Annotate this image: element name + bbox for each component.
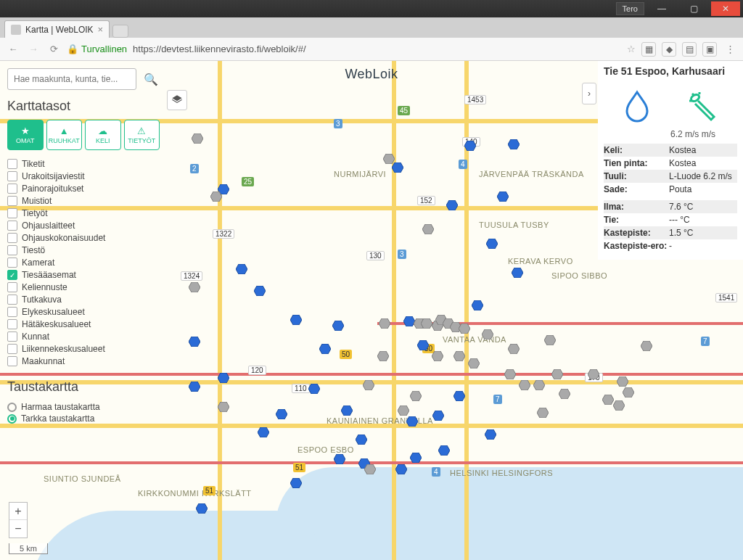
layer-row[interactable]: Urakoitsijaviestit — [7, 171, 160, 181]
ext-icon-4[interactable]: ▣ — [702, 42, 717, 57]
weather-station-marker[interactable] — [641, 341, 652, 351]
basemap-option[interactable]: Tarkka taustakartta — [7, 413, 160, 424]
checkbox[interactable] — [7, 258, 17, 268]
tab-close-icon[interactable]: × — [98, 24, 104, 35]
weather-station-marker[interactable] — [482, 329, 493, 339]
weather-station-marker[interactable] — [254, 286, 266, 296]
weather-station-marker[interactable] — [379, 318, 390, 329]
ext-icon-1[interactable]: ▦ — [641, 42, 656, 57]
layer-row[interactable]: Tutkakuva — [7, 295, 160, 305]
basemap-option[interactable]: Harmaa taustakartta — [7, 402, 160, 412]
weather-station-marker[interactable] — [464, 141, 476, 151]
layer-row[interactable]: Kunnat — [7, 332, 160, 342]
browser-menu-icon[interactable]: ⋮ — [723, 44, 737, 54]
weather-station-marker[interactable] — [512, 268, 523, 278]
weather-station-marker[interactable] — [334, 454, 345, 464]
weather-station-marker[interactable] — [438, 445, 450, 456]
weather-station-marker[interactable] — [189, 337, 200, 347]
weather-station-marker[interactable] — [258, 427, 269, 437]
checkbox[interactable] — [7, 344, 17, 354]
weather-station-marker[interactable] — [519, 380, 530, 390]
weather-station-marker[interactable] — [613, 400, 625, 411]
checkbox[interactable] — [7, 295, 17, 305]
layer-row[interactable]: Ohjauslaitteet — [7, 221, 160, 231]
weather-station-marker[interactable] — [504, 369, 516, 379]
weather-station-marker[interactable] — [189, 382, 200, 392]
ext-icon-2[interactable]: ◆ — [662, 42, 676, 57]
weather-station-marker[interactable] — [319, 344, 331, 354]
weather-station-marker[interactable] — [453, 391, 465, 401]
cat-btn-keli[interactable]: ☁KELI — [85, 120, 121, 150]
window-close-button[interactable]: ✕ — [711, 1, 740, 16]
layer-row[interactable]: Elykeskusalueet — [7, 307, 160, 317]
checkbox[interactable] — [7, 184, 17, 194]
weather-station-marker[interactable] — [332, 321, 344, 331]
weather-station-marker[interactable] — [392, 162, 403, 173]
weather-station-marker[interactable] — [196, 503, 208, 514]
weather-station-marker[interactable] — [617, 376, 628, 387]
zoom-out-button[interactable]: − — [9, 520, 27, 538]
weather-station-marker[interactable] — [533, 380, 545, 390]
checkbox[interactable] — [7, 221, 17, 231]
layer-row[interactable]: Keliennuste — [7, 282, 160, 292]
weather-station-marker[interactable] — [602, 395, 614, 405]
panel-collapse-button[interactable]: › — [582, 83, 596, 104]
weather-station-marker[interactable] — [398, 405, 409, 416]
weather-station-marker[interactable] — [192, 133, 203, 144]
radio[interactable] — [7, 403, 17, 412]
checkbox[interactable] — [7, 208, 17, 218]
weather-station-marker[interactable] — [218, 373, 229, 383]
layer-row[interactable]: Tietyöt — [7, 208, 160, 218]
checkbox[interactable] — [7, 233, 17, 243]
weather-station-marker[interactable] — [588, 369, 599, 379]
search-input[interactable] — [7, 68, 136, 90]
weather-station-marker[interactable] — [559, 389, 570, 399]
search-icon[interactable]: 🔍 — [142, 73, 160, 86]
browser-tab[interactable]: Kartta | WebLOIK × — [4, 20, 110, 38]
layer-row[interactable]: ✓Tiesääasemat — [7, 270, 160, 280]
window-minimize-button[interactable]: — — [647, 1, 676, 16]
zoom-in-button[interactable]: + — [9, 503, 27, 520]
weather-station-marker[interactable] — [236, 264, 247, 274]
weather-station-marker[interactable] — [422, 224, 434, 234]
weather-station-marker[interactable] — [537, 408, 549, 418]
url-text[interactable]: https://devtest.liikennevirasto.fi/weblo… — [133, 44, 305, 54]
cat-btn-tietyot[interactable]: ⚠TIETYÖT — [124, 120, 160, 150]
weather-station-marker[interactable] — [308, 384, 320, 394]
weather-station-marker[interactable] — [432, 411, 444, 421]
weather-station-marker[interactable] — [364, 464, 376, 474]
checkbox[interactable] — [7, 171, 17, 181]
weather-station-marker[interactable] — [218, 402, 229, 412]
weather-station-marker[interactable] — [432, 351, 443, 361]
weather-station-marker[interactable] — [356, 435, 367, 445]
layer-row[interactable]: Maakunnat — [7, 356, 160, 366]
checkbox[interactable] — [7, 332, 17, 342]
weather-station-marker[interactable] — [544, 335, 556, 345]
weather-station-marker[interactable] — [406, 416, 418, 427]
weather-station-marker[interactable] — [210, 192, 222, 202]
weather-station-marker[interactable] — [421, 318, 432, 329]
weather-station-marker[interactable] — [290, 315, 302, 325]
new-tab-button[interactable] — [112, 25, 128, 38]
weather-station-marker[interactable] — [363, 380, 374, 390]
layer-row[interactable]: Muistiot — [7, 196, 160, 206]
weather-station-marker[interactable] — [410, 391, 422, 401]
weather-station-marker[interactable] — [485, 429, 496, 440]
weather-station-marker[interactable] — [189, 282, 200, 292]
radio[interactable] — [7, 414, 17, 424]
back-button[interactable]: ← — [6, 44, 20, 54]
checkbox[interactable] — [7, 245, 17, 255]
weather-station-marker[interactable] — [417, 340, 429, 350]
weather-station-marker[interactable] — [290, 478, 302, 488]
cat-btn-ruuhkat[interactable]: ▲RUUHKAT — [46, 120, 83, 150]
checkbox[interactable] — [7, 356, 17, 366]
weather-station-marker[interactable] — [623, 387, 634, 398]
map-area[interactable]: NURMIJÄRVIJÄRVENPÄÄ TRÄSKÄNDATUUSULA TUS… — [0, 61, 743, 560]
layer-row[interactable]: Kamerat — [7, 258, 160, 268]
weather-station-marker[interactable] — [410, 453, 422, 463]
weather-station-marker[interactable] — [395, 464, 407, 474]
weather-station-marker[interactable] — [468, 358, 480, 368]
weather-station-marker[interactable] — [446, 200, 458, 210]
checkbox[interactable] — [7, 196, 17, 206]
weather-station-marker[interactable] — [508, 139, 520, 149]
